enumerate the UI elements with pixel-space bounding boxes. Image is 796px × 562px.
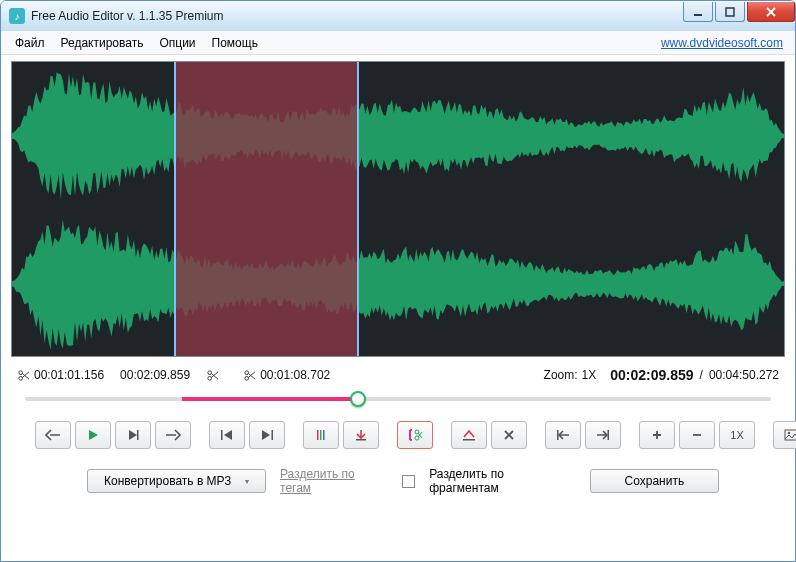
convert-label: Конвертировать в MP3 (104, 474, 231, 488)
svg-rect-14 (356, 439, 366, 441)
selection-handle-end[interactable] (357, 62, 359, 356)
svg-rect-10 (272, 430, 274, 440)
content-area: 00:01:01.156 00:02:09.859 00:01:08.702 Z… (1, 55, 795, 561)
close-button[interactable] (747, 2, 795, 22)
svg-rect-0 (694, 14, 702, 16)
playhead-position: 00:02:09.859 (610, 367, 693, 383)
svg-rect-1 (726, 8, 734, 16)
app-icon (9, 8, 25, 24)
menubar: Файл Редактировать Опции Помощь www.dvdv… (1, 31, 795, 55)
cut-group (397, 421, 433, 449)
waveform-channel-left (12, 62, 784, 210)
bottom-row: Конвертировать в MP3 ▾ Разделить по тега… (11, 449, 785, 495)
waveform-selection[interactable] (174, 62, 357, 356)
minimize-button[interactable] (683, 2, 713, 22)
menu-edit[interactable]: Редактировать (53, 34, 152, 52)
svg-point-6 (245, 370, 249, 374)
play-selection-button[interactable] (115, 421, 151, 449)
svg-rect-17 (463, 439, 475, 441)
svg-point-7 (245, 376, 249, 380)
menu-file[interactable]: Файл (7, 34, 53, 52)
menu-options[interactable]: Опции (151, 34, 203, 52)
slider-selection (182, 397, 359, 401)
selection-end-time: 00:02:09.859 (120, 368, 190, 382)
total-duration: 00:04:50.272 (709, 368, 779, 382)
save-label: Сохранить (625, 474, 685, 488)
svg-rect-11 (317, 430, 319, 440)
svg-rect-8 (137, 430, 139, 440)
slider-track (25, 397, 771, 401)
window-title: Free Audio Editor v. 1.1.35 Premium (31, 9, 681, 23)
menu-help[interactable]: Помощь (204, 34, 266, 52)
skip-next-button[interactable] (249, 421, 285, 449)
bounds-group (545, 421, 621, 449)
maximize-button[interactable] (715, 2, 745, 22)
zoom-value: 1X (582, 368, 597, 382)
zoom-group: 1X (639, 421, 755, 449)
svg-rect-9 (221, 430, 223, 440)
time-info-row: 00:01:01.156 00:02:09.859 00:01:08.702 Z… (11, 365, 785, 389)
svg-point-5 (208, 376, 212, 380)
download-marker-button[interactable] (343, 421, 379, 449)
convert-button[interactable]: Конвертировать в MP3 ▾ (87, 469, 266, 493)
add-marker-button[interactable] (303, 421, 339, 449)
delete-button[interactable] (491, 421, 527, 449)
zoom-out-button[interactable] (679, 421, 715, 449)
svg-rect-12 (320, 430, 322, 440)
slider-handle[interactable] (350, 391, 366, 407)
svg-point-4 (208, 370, 212, 374)
selection-start-time: 00:01:01.156 (34, 368, 104, 382)
seek-back-button[interactable] (35, 421, 71, 449)
tools-group (773, 421, 796, 449)
window-controls (681, 2, 795, 22)
selection-handle-start[interactable] (174, 62, 176, 356)
edit-group (451, 421, 527, 449)
cut-bracket-button[interactable] (397, 421, 433, 449)
skip-group (209, 421, 285, 449)
waveform-display[interactable] (11, 61, 785, 357)
to-end-button[interactable] (585, 421, 621, 449)
selection-length-time: 00:01:08.702 (260, 368, 330, 382)
trim-up-button[interactable] (451, 421, 487, 449)
split-by-tags-link[interactable]: Разделить по тегам (280, 467, 388, 495)
play-button[interactable] (75, 421, 111, 449)
zoom-reset-button[interactable]: 1X (719, 421, 755, 449)
svg-point-3 (19, 376, 23, 380)
svg-rect-13 (323, 430, 325, 440)
skip-prev-button[interactable] (209, 421, 245, 449)
separator: / (700, 368, 703, 382)
waveform-channel-right (12, 210, 784, 357)
split-fragments-label: Разделить по фрагментам (429, 467, 575, 495)
toolbar: 1X (11, 421, 785, 449)
scissors-icon (206, 369, 219, 382)
marker-group (303, 421, 379, 449)
zoom-in-button[interactable] (639, 421, 675, 449)
seek-forward-button[interactable] (155, 421, 191, 449)
scissors-icon (243, 369, 256, 382)
timeline-slider[interactable] (25, 391, 771, 407)
scissors-icon (17, 369, 30, 382)
zoom-label: Zoom: (544, 368, 578, 382)
image-button[interactable] (773, 421, 796, 449)
titlebar[interactable]: Free Audio Editor v. 1.1.35 Premium (1, 1, 795, 31)
dropdown-icon: ▾ (245, 477, 249, 486)
split-fragments-checkbox[interactable] (402, 475, 415, 488)
to-start-button[interactable] (545, 421, 581, 449)
save-button[interactable]: Сохранить (590, 469, 719, 493)
app-window: Free Audio Editor v. 1.1.35 Premium Файл… (0, 0, 796, 562)
svg-point-21 (788, 432, 790, 434)
website-link[interactable]: www.dvdvideosoft.com (661, 36, 783, 50)
playback-group (35, 421, 191, 449)
svg-point-2 (19, 370, 23, 374)
